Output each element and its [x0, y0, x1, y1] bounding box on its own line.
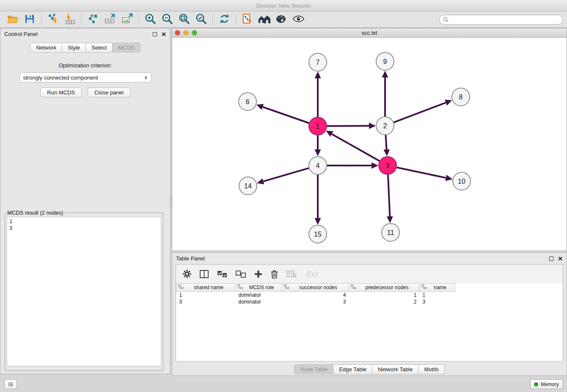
edge-3-10[interactable] [397, 168, 446, 178]
table-cell[interactable]: 2 [349, 298, 420, 305]
node-label-11: 11 [387, 229, 394, 236]
node-4[interactable]: 4 [309, 157, 327, 174]
node-1[interactable]: 1 [309, 117, 327, 135]
table-cell[interactable]: 1 [349, 292, 420, 299]
search-icon [443, 17, 449, 22]
edge-3-1[interactable] [332, 134, 380, 161]
table-cell[interactable]: dominator [236, 292, 282, 299]
maximize-window-icon[interactable]: + [192, 30, 197, 36]
import-network-button[interactable] [44, 13, 61, 26]
close-table-panel-icon[interactable]: ✕ [558, 257, 563, 261]
select-all-columns-icon[interactable] [217, 271, 227, 278]
edge-2-3[interactable] [385, 135, 386, 149]
column-header-mcds-role[interactable]: MCDS role [236, 284, 282, 292]
column-header-successor-nodes[interactable]: successor nodes [282, 284, 349, 292]
refresh-layout-button[interactable] [216, 13, 233, 26]
add-column-icon[interactable] [254, 270, 262, 278]
mcds-result-item[interactable]: 1 [9, 218, 159, 225]
table-cell[interactable]: 1 [176, 292, 236, 299]
close-panel-icon[interactable]: ✕ [161, 32, 166, 36]
column-header-shared-name[interactable]: shared name [176, 284, 236, 292]
memory-button[interactable]: Memory [530, 379, 563, 389]
control-panel-tab-style[interactable]: Style [62, 43, 86, 52]
node-15[interactable]: 15 [309, 225, 327, 243]
edge-1-2[interactable] [327, 126, 369, 126]
table-cell[interactable]: dominator [236, 298, 282, 305]
table-cell[interactable]: 3 [282, 298, 349, 305]
pane-divider-grip[interactable] [170, 195, 173, 209]
node-3[interactable]: 3 [379, 157, 396, 174]
open-session-button[interactable] [4, 13, 21, 26]
task-history-button[interactable] [4, 379, 17, 389]
node-11[interactable]: 11 [382, 224, 399, 241]
control-panel-tab-network[interactable]: Network [30, 43, 62, 52]
node-6[interactable]: 6 [239, 93, 256, 110]
node-table-container: f(x) shared nameMCDS rolesuccessor nodes… [176, 264, 563, 362]
delete-column-icon[interactable] [271, 270, 278, 279]
table-tab-node-table[interactable]: Node Table [294, 364, 334, 374]
control-panel-tabbar: NetworkStyleSelectMCDS [0, 43, 170, 52]
table-row[interactable]: 3dominator323 [176, 298, 563, 305]
open-document-button[interactable] [239, 13, 256, 26]
table-cell[interactable]: 3 [420, 298, 455, 305]
show-graphics-button[interactable] [290, 13, 307, 26]
apply-style-button[interactable] [273, 13, 290, 26]
zoom-fit-button[interactable] [176, 13, 193, 26]
table-cell[interactable]: 3 [176, 298, 236, 305]
export-network-button[interactable] [85, 13, 102, 26]
zoom-out-button[interactable] [159, 13, 176, 26]
column-header-predecessor-nodes[interactable]: predecessor nodes [349, 284, 420, 292]
edge-3-11[interactable] [388, 175, 390, 216]
control-panel-tab-select[interactable]: Select [86, 43, 113, 52]
table-tab-motifs[interactable]: Motifs [418, 364, 445, 374]
home-button[interactable] [256, 13, 273, 26]
node-10[interactable]: 10 [453, 172, 471, 190]
network-graph[interactable]: 7968124314101511 [172, 38, 567, 251]
edge-1-6[interactable] [263, 107, 309, 123]
column-header-name[interactable]: name [420, 284, 455, 292]
edge-4-14[interactable] [263, 168, 308, 181]
table-panel: Table Panel ✕ [172, 252, 567, 376]
network-window-title: scc.txt [172, 30, 567, 36]
control-panel-tab-mcds[interactable]: MCDS [113, 43, 140, 52]
node-9[interactable]: 9 [376, 52, 394, 70]
float-table-panel-icon[interactable] [549, 257, 553, 261]
mcds-result-list[interactable]: 13 [7, 217, 161, 366]
criterion-dropdown[interactable]: strongly connected component ▲▼ [19, 72, 151, 83]
table-cell[interactable]: 1 [420, 292, 455, 299]
export-table-button[interactable] [102, 13, 118, 26]
float-panel-icon[interactable] [153, 32, 157, 36]
table-tab-edge-table[interactable]: Edge Table [333, 364, 372, 374]
node-label-15: 15 [314, 231, 322, 238]
network-window-titlebar[interactable]: scc.txt × − + [172, 28, 567, 38]
close-panel-button[interactable]: Close panel [88, 88, 130, 97]
close-window-icon[interactable]: × [175, 30, 180, 36]
search-box[interactable] [439, 15, 563, 25]
show-column-icon[interactable] [200, 270, 209, 278]
search-input[interactable] [451, 17, 559, 22]
table-tab-network-table[interactable]: Network Table [372, 364, 418, 374]
run-mcds-button[interactable]: Run MCDS [40, 88, 82, 97]
node-2[interactable]: 2 [376, 117, 394, 135]
task-list-icon [8, 382, 13, 387]
zoom-selected-button[interactable] [193, 13, 209, 26]
node-14[interactable]: 14 [239, 177, 257, 195]
mcds-result-item[interactable]: 3 [9, 225, 159, 232]
network-canvas[interactable]: 7968124314101511 [172, 38, 567, 251]
table-row[interactable]: 1dominator411 [176, 292, 563, 299]
table-cell[interactable]: 4 [282, 292, 349, 299]
edge-2-8[interactable] [394, 102, 446, 122]
node-label-7: 7 [316, 59, 320, 66]
node-label-4: 4 [316, 162, 320, 169]
minimize-window-icon[interactable]: − [183, 30, 189, 36]
node-8[interactable]: 8 [452, 88, 470, 106]
save-session-button[interactable] [21, 13, 38, 26]
node-7[interactable]: 7 [309, 53, 327, 71]
deselect-all-columns-icon[interactable] [236, 271, 246, 278]
export-image-button[interactable] [118, 13, 135, 26]
table-settings-gear-icon[interactable] [183, 270, 191, 278]
import-table-button[interactable] [61, 13, 78, 26]
toolbar-button-groups [4, 13, 307, 26]
zoom-in-button[interactable] [142, 13, 159, 26]
table-tabbar: Node TableEdge TableNetwork TableMotifs [172, 364, 567, 374]
